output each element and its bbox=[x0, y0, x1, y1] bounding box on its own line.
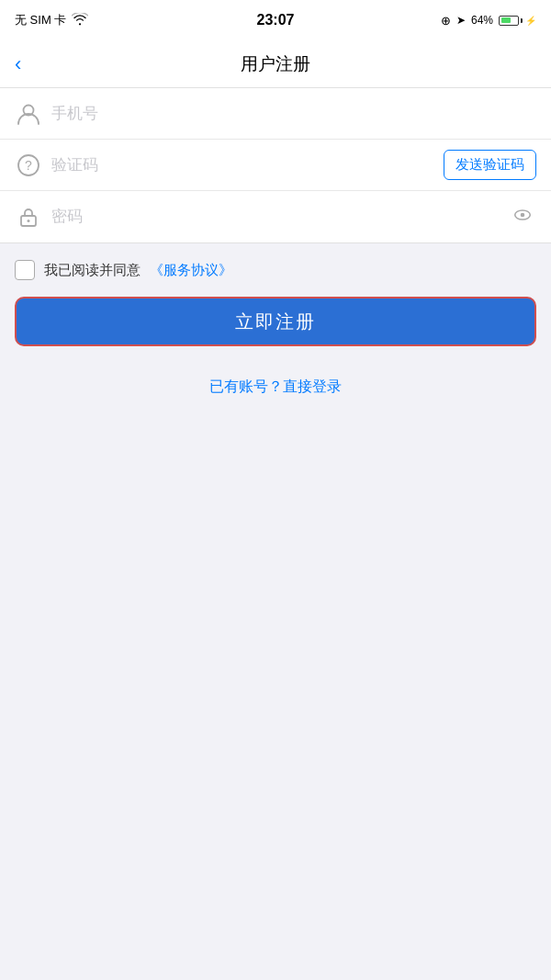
svg-text:?: ? bbox=[25, 158, 32, 173]
sim-label: 无 SIM 卡 bbox=[15, 12, 66, 28]
verification-row: ? 发送验证码 bbox=[0, 140, 551, 191]
register-button[interactable]: 立即注册 bbox=[15, 297, 536, 346]
agreement-row: 我已阅读并同意 《服务协议》 bbox=[0, 243, 551, 297]
status-left: 无 SIM 卡 bbox=[15, 12, 88, 28]
battery-icon: ⚡ bbox=[499, 16, 536, 26]
person-icon bbox=[15, 100, 42, 128]
direction-icon: ➤ bbox=[456, 14, 466, 27]
login-link-wrap: 已有账号？直接登录 bbox=[0, 365, 551, 424]
status-right: ⊕ ➤ 64% ⚡ bbox=[441, 14, 536, 28]
lock-icon bbox=[15, 203, 42, 231]
password-input[interactable] bbox=[51, 208, 509, 226]
battery-percent: 64% bbox=[471, 14, 493, 27]
question-icon: ? bbox=[15, 152, 42, 179]
agreement-link[interactable]: 《服务协议》 bbox=[150, 262, 232, 279]
register-button-wrap: 立即注册 bbox=[0, 297, 551, 365]
back-button[interactable]: ‹ bbox=[15, 52, 21, 76]
login-link[interactable]: 已有账号？直接登录 bbox=[209, 378, 342, 394]
phone-row bbox=[0, 88, 551, 140]
eye-icon[interactable] bbox=[509, 201, 536, 233]
svg-point-6 bbox=[521, 212, 525, 217]
wifi-icon bbox=[72, 13, 88, 28]
location-icon: ⊕ bbox=[441, 14, 451, 28]
back-chevron-icon: ‹ bbox=[15, 52, 21, 76]
agreement-checkbox[interactable] bbox=[15, 260, 35, 280]
send-code-button[interactable]: 发送验证码 bbox=[444, 150, 536, 180]
verification-input[interactable] bbox=[51, 156, 444, 175]
svg-point-4 bbox=[28, 220, 30, 222]
phone-input[interactable] bbox=[51, 105, 536, 123]
status-time: 23:07 bbox=[257, 12, 295, 28]
nav-bar: ‹ 用户注册 bbox=[0, 40, 551, 88]
agreement-prefix: 我已阅读并同意 bbox=[44, 262, 141, 279]
page-title: 用户注册 bbox=[241, 52, 310, 76]
status-bar: 无 SIM 卡 23:07 ⊕ ➤ 64% ⚡ bbox=[0, 0, 551, 40]
form-area: ? 发送验证码 bbox=[0, 88, 551, 243]
password-row bbox=[0, 191, 551, 242]
